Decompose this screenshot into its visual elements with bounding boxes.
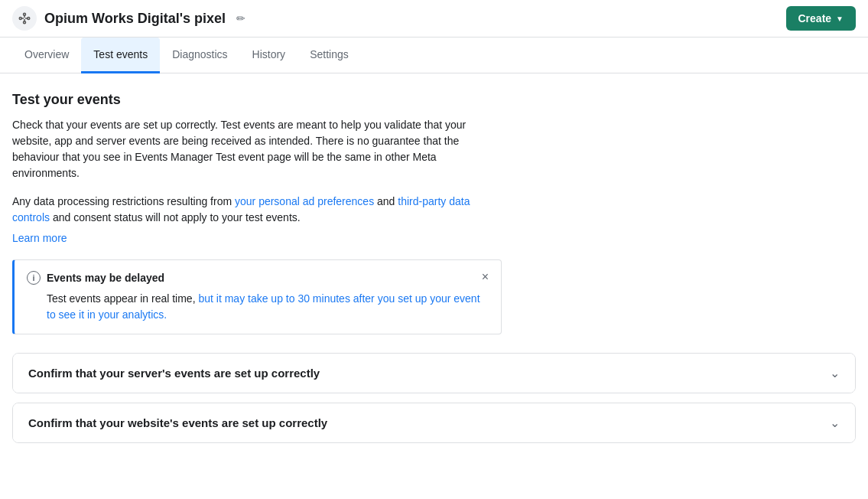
accordion-server-events: Confirm that your server's events are se… <box>12 353 856 393</box>
personal-ad-link[interactable]: your personal ad preferences <box>235 195 374 207</box>
create-button[interactable]: Create ▼ <box>786 6 857 31</box>
pixel-icon <box>12 6 37 31</box>
edit-icon[interactable]: ✏ <box>236 12 245 24</box>
nav-tabs: Overview Test events Diagnostics History… <box>0 38 868 73</box>
learn-more-link[interactable]: Learn more <box>12 232 67 244</box>
accordion-website-events: Confirm that your website's events are s… <box>12 403 856 443</box>
tab-diagnostics[interactable]: Diagnostics <box>160 38 239 73</box>
section-title: Test your events <box>12 92 856 108</box>
main-content: Test your events Check that your events … <box>0 73 868 471</box>
alert-header: i Events may be delayed <box>27 271 489 285</box>
accordion-website-events-header[interactable]: Confirm that your website's events are s… <box>13 403 855 442</box>
page-header: Opium Works Digital's pixel ✏ Create ▼ <box>0 0 868 38</box>
tab-overview[interactable]: Overview <box>12 38 81 73</box>
create-chevron-icon: ▼ <box>836 15 844 23</box>
alert-body: Test events appear in real time, but it … <box>27 291 489 323</box>
alert-blue-text: but it may take up to 30 minutes after y… <box>47 292 480 321</box>
tab-history[interactable]: History <box>240 38 298 73</box>
description-text-1: Check that your events are set up correc… <box>12 117 502 181</box>
accordion-website-events-title: Confirm that your website's events are s… <box>28 416 327 429</box>
description-text-2: Any data processing restrictions resulti… <box>12 194 502 226</box>
page-title: Opium Works Digital's pixel <box>44 11 226 27</box>
tab-settings[interactable]: Settings <box>297 38 361 73</box>
alert-box: i Events may be delayed × Test events ap… <box>12 259 502 334</box>
tab-test-events[interactable]: Test events <box>81 38 160 73</box>
alert-close-button[interactable]: × <box>479 269 492 285</box>
accordion-server-events-header[interactable]: Confirm that your server's events are se… <box>13 354 855 393</box>
alert-title: Events may be delayed <box>47 272 164 284</box>
header-left: Opium Works Digital's pixel ✏ <box>12 6 245 31</box>
accordion-website-chevron-icon: ⌄ <box>830 416 840 430</box>
accordion-server-chevron-icon: ⌄ <box>830 366 840 380</box>
info-icon: i <box>27 271 41 285</box>
accordion-server-events-title: Confirm that your server's events are se… <box>28 367 320 380</box>
